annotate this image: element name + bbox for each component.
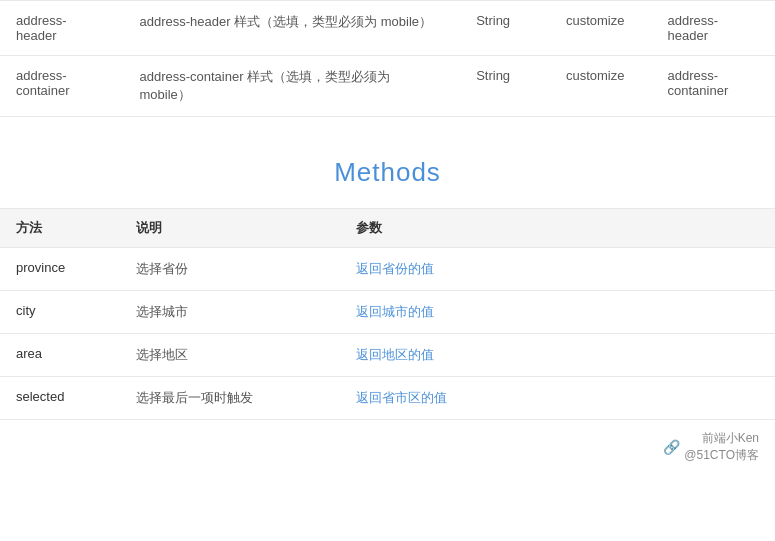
prop-name-2: address-container	[0, 56, 123, 117]
prop-default-2: address-contaniner	[652, 56, 775, 117]
methods-col-header-method: 方法	[0, 209, 120, 248]
method-params: 返回城市的值	[340, 291, 775, 334]
method-desc: 选择最后一项时触发	[120, 377, 340, 420]
methods-table-header-row: 方法 说明 参数	[0, 209, 775, 248]
table-row: address-container address-container 样式（选…	[0, 56, 775, 117]
method-desc: 选择地区	[120, 334, 340, 377]
properties-table: address-header address-header 样式（选填，类型必须…	[0, 0, 775, 117]
watermark-text: 🔗 前端小Ken@51CTO博客	[663, 430, 759, 464]
methods-col-header-desc: 说明	[120, 209, 340, 248]
prop-option-2: customize	[550, 56, 652, 117]
prop-desc-2: address-container 样式（选填，类型必须为 mobile）	[123, 56, 460, 117]
method-params: 返回省份的值	[340, 248, 775, 291]
method-name: area	[0, 334, 120, 377]
prop-desc-1: address-header 样式（选填，类型必须为 mobile）	[123, 1, 460, 56]
methods-col-header-params: 参数	[340, 209, 775, 248]
prop-type-1: String	[460, 1, 550, 56]
methods-title: Methods	[0, 157, 775, 188]
methods-table-row: city选择城市返回城市的值	[0, 291, 775, 334]
method-desc: 选择省份	[120, 248, 340, 291]
methods-section: Methods	[0, 127, 775, 208]
prop-type-2: String	[460, 56, 550, 117]
methods-table: 方法 说明 参数 province选择省份返回省份的值city选择城市返回城市的…	[0, 208, 775, 420]
watermark-icon: 🔗	[663, 439, 680, 455]
table-row: address-header address-header 样式（选填，类型必须…	[0, 1, 775, 56]
prop-option-1: customize	[550, 1, 652, 56]
method-name: city	[0, 291, 120, 334]
method-desc: 选择城市	[120, 291, 340, 334]
method-name: selected	[0, 377, 120, 420]
method-params: 返回地区的值	[340, 334, 775, 377]
method-name: province	[0, 248, 120, 291]
prop-default-1: address-header	[652, 1, 775, 56]
prop-name-1: address-header	[0, 1, 123, 56]
watermark-label: 前端小Ken@51CTO博客	[684, 430, 759, 464]
watermark: 🔗 前端小Ken@51CTO博客	[0, 420, 775, 474]
method-params: 返回省市区的值	[340, 377, 775, 420]
methods-table-row: province选择省份返回省份的值	[0, 248, 775, 291]
methods-table-row: area选择地区返回地区的值	[0, 334, 775, 377]
methods-table-row: selected选择最后一项时触发返回省市区的值	[0, 377, 775, 420]
